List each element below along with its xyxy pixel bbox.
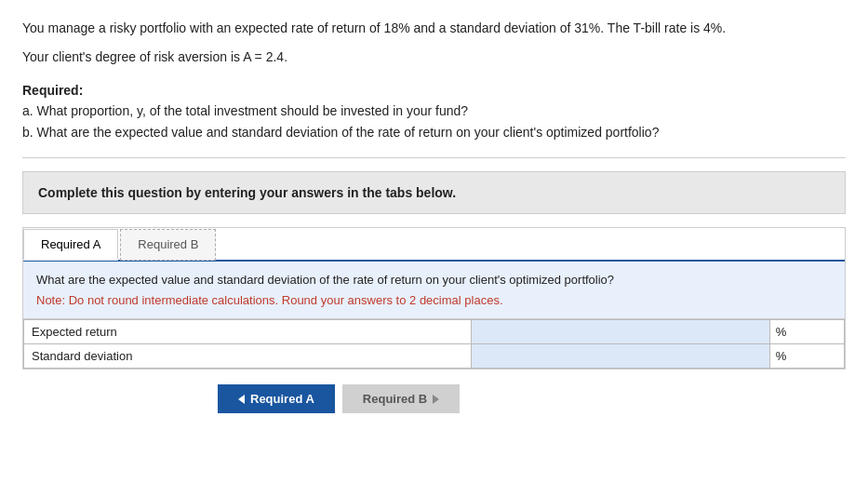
tab-required-a[interactable]: Required A [23,229,118,261]
complete-box-text: Complete this question by entering your … [38,185,456,200]
expected-return-label: Expected return [24,320,472,344]
prev-arrow-icon [238,395,245,404]
next-required-b-button[interactable]: Required B [342,384,460,413]
intro-line1: You manage a risky portfolio with an exp… [22,19,846,38]
part-a-text: a. What proportion, y, of the total inve… [22,101,846,121]
tabs-row: Required A Required B [23,228,845,262]
required-section: Required: a. What proportion, y, of the … [22,80,846,142]
prev-required-a-button[interactable]: Required A [218,384,335,413]
input-table: Expected return % Standard deviation % [23,319,845,369]
expected-return-input-cell [472,320,770,344]
std-deviation-input-cell [472,344,770,369]
prev-button-label: Required A [250,392,314,406]
risk-aversion-text: Your client's degree of risk aversion is… [22,47,846,67]
question-area: What are the expected value and standard… [23,262,845,319]
expected-return-unit: % [769,320,844,344]
std-deviation-input[interactable] [472,344,769,368]
table-row: Expected return % [24,320,845,344]
next-arrow-icon [433,395,439,404]
std-deviation-label: Standard deviation [24,344,472,369]
question-note: Note: Do not round intermediate calculat… [36,291,832,310]
question-text: What are the expected value and standard… [36,273,614,287]
part-b-text: b. What are the expected value and stand… [22,122,846,142]
complete-box: Complete this question by entering your … [22,171,846,214]
bottom-nav: Required A Required B [22,384,846,413]
tab-required-b[interactable]: Required B [120,229,216,261]
divider [22,157,846,158]
table-row: Standard deviation % [24,344,845,369]
std-deviation-unit: % [769,344,844,369]
required-label: Required: [22,83,83,98]
next-button-label: Required B [363,392,427,406]
expected-return-input[interactable] [472,320,769,343]
tabs-container: Required A Required B What are the expec… [22,227,846,369]
